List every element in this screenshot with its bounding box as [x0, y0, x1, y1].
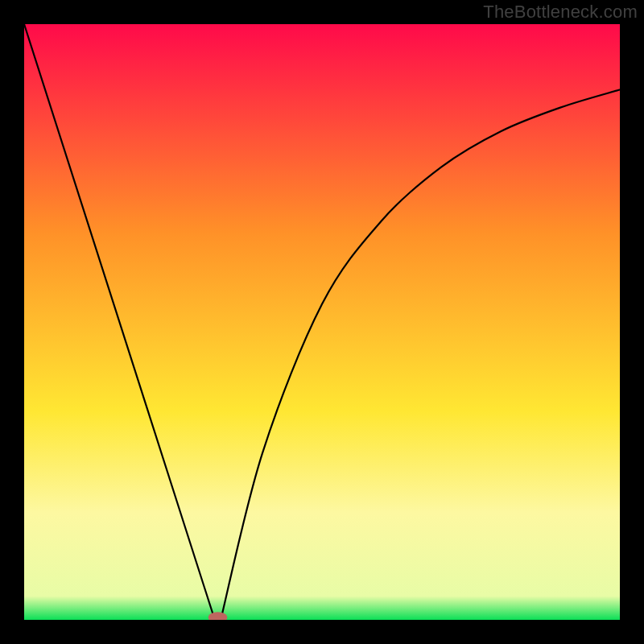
watermark-text: TheBottleneck.com [483, 2, 638, 23]
chart-frame: TheBottleneck.com [0, 0, 644, 644]
chart-svg [24, 24, 620, 620]
plot-area [24, 24, 620, 620]
gradient-background [24, 24, 620, 620]
